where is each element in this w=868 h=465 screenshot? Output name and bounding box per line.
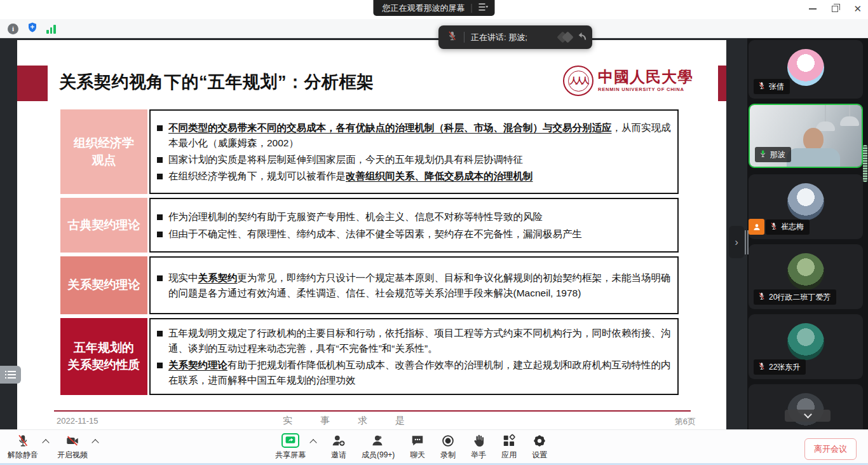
toolbar-icon bbox=[441, 433, 455, 448]
toolbar-button-apps[interactable]: 应用 bbox=[501, 433, 517, 461]
ruc-seal-icon: 人人人 bbox=[563, 66, 593, 96]
participant-name-badge: 崔志梅 bbox=[766, 219, 810, 235]
plain-text: 作为治理机制的契约有助于克服资产专用性、机会主义、信息不对称等特性导致的风险 bbox=[168, 211, 543, 222]
security-shield-icon[interactable] bbox=[27, 22, 38, 36]
leave-meeting-button[interactable]: 离开会议 bbox=[804, 438, 857, 460]
bullet-item: 国家计划的实质是将科层制延伸到国家层面，今天的五年规划仍具有科层协调特征 bbox=[157, 152, 671, 167]
toolbar-item-wrap: 举手 bbox=[471, 433, 486, 461]
toolbar-item-wrap: 开启视频 bbox=[57, 433, 98, 461]
close-button[interactable]: ✕ bbox=[853, 4, 862, 13]
toolbar-icon bbox=[371, 433, 385, 448]
title-accent-bar-right bbox=[718, 66, 726, 101]
emphasized-text: 改善组织间关系、降低交易成本的治理机制 bbox=[346, 170, 533, 181]
bullet-text: 五年规划明文规定了行政机构的主要目标和行动，依托指标、项目工程等方式约束不同机构… bbox=[168, 326, 671, 356]
sidebar-scrollbar[interactable] bbox=[863, 145, 867, 182]
scroll-more-button[interactable] bbox=[785, 410, 831, 422]
active-speaker-banner: 正在讲话: 那波; bbox=[438, 25, 592, 49]
toolbar-button-gear[interactable]: 设置 bbox=[532, 433, 547, 461]
participant-tile[interactable]: 22张东升 bbox=[749, 314, 863, 379]
toolbar-label: 聊天 bbox=[410, 450, 425, 461]
toolbar-icon bbox=[532, 433, 546, 448]
chevron-up-icon[interactable] bbox=[92, 439, 98, 446]
sidebar-resize-handle[interactable] bbox=[745, 230, 749, 254]
bullet-text: 国家计划的实质是将科层制延伸到国家层面，今天的五年规划仍具有科层协调特征 bbox=[168, 152, 523, 167]
row-label: 组织经济学观点 bbox=[60, 109, 147, 194]
plain-text: 在组织经济学视角下，规划可以被看作是 bbox=[168, 170, 346, 181]
row-label-line: 观点 bbox=[92, 152, 116, 169]
toolbar-button-invite[interactable]: 邀请 bbox=[331, 433, 346, 461]
toolbar-item-wrap: 录制 bbox=[440, 433, 456, 461]
bullet-text: 作为治理机制的契约有助于克服资产专用性、机会主义、信息不对称等特性导致的风险 bbox=[168, 209, 543, 225]
participant-name: 20行政二班丁爱芳 bbox=[769, 292, 831, 303]
sidebar-collapse-button[interactable]: › bbox=[729, 226, 744, 258]
banner-menu-icon[interactable] bbox=[478, 3, 489, 13]
toolbar-button-chat[interactable]: 聊天 bbox=[410, 433, 425, 461]
participant-tile[interactable] bbox=[749, 384, 863, 429]
participant-tile[interactable]: 张倩 bbox=[749, 40, 863, 99]
bullet-square-icon bbox=[157, 331, 163, 337]
participant-badge-row: 那波 bbox=[750, 147, 791, 162]
row-content: 五年规划明文规定了行政机构的主要目标和行动，依托指标、项目工程等方式约束不同机构… bbox=[149, 318, 679, 395]
slide-table-row: 五年规划的关系契约性质 五年规划明文规定了行政机构的主要目标和行动，依托指标、项… bbox=[60, 318, 696, 395]
row-label-line: 五年规划的 bbox=[74, 340, 134, 357]
toolbar-button-record[interactable]: 录制 bbox=[440, 433, 456, 461]
plain-text: 但由于不确定性、有限理性、缔约成本、法律不健全等因素，契约存在不完备性，漏洞极易… bbox=[168, 228, 582, 239]
watching-banner[interactable]: 您正在观看那波的屏幕 bbox=[374, 0, 495, 16]
toolbar-label: 共享屏幕 bbox=[275, 450, 306, 461]
slide-page-number: 第6页 bbox=[675, 416, 696, 427]
participant-badge-row: 20行政二班丁爱芳 bbox=[749, 289, 836, 305]
chevron-up-icon[interactable] bbox=[309, 439, 316, 446]
row-label-line: 组织经济学 bbox=[74, 135, 134, 152]
participant-tile[interactable]: 那波 bbox=[749, 104, 863, 168]
toolbar-button-members[interactable]: 成员(99+) bbox=[362, 433, 395, 461]
chevron-down-icon bbox=[804, 410, 812, 419]
meeting-agenda-button[interactable] bbox=[0, 366, 21, 384]
toolbar-button-mic-muted[interactable]: 解除静音 bbox=[8, 433, 38, 461]
menubar-left-icons: i bbox=[8, 19, 56, 38]
toolbar-button-share[interactable]: 共享屏幕 bbox=[275, 433, 306, 461]
slide-table-row: 关系契约理论 现实中关系契约更为常见，即缔约方只设计一个规定基本原则、目标和争议… bbox=[60, 256, 696, 314]
bullet-square-icon bbox=[157, 363, 163, 368]
toolbar-item-wrap: 成员(99+) bbox=[362, 433, 395, 461]
participant-badge-row: 22张东升 bbox=[749, 359, 806, 375]
toolbar-icon bbox=[65, 433, 79, 448]
participant-name: 张倩 bbox=[769, 81, 784, 92]
row-label: 五年规划的关系契约性质 bbox=[60, 318, 147, 395]
bullet-text: 不同类型的交易带来不同的交易成本，各有优缺点的治理机制（科层、市场、混合制）与交… bbox=[168, 120, 671, 151]
bullet-item: 在组织经济学视角下，规划可以被看作是改善组织间关系、降低交易成本的治理机制 bbox=[157, 169, 671, 184]
divider bbox=[464, 32, 465, 43]
minimize-button[interactable] bbox=[809, 8, 817, 10]
bullet-text: 在组织经济学视角下，规划可以被看作是改善组织间关系、降低交易成本的治理机制 bbox=[168, 169, 533, 184]
participant-tile[interactable]: 20行政二班丁爱芳 bbox=[749, 244, 863, 309]
window-controls: ✕ bbox=[809, 4, 862, 13]
chevron-up-icon[interactable] bbox=[42, 439, 49, 446]
participant-tile[interactable]: 崔志梅 bbox=[749, 174, 863, 239]
row-content: 作为治理机制的契约有助于克服资产专用性、机会主义、信息不对称等特性导致的风险 但… bbox=[149, 198, 679, 253]
toolbar-button-cam-muted[interactable]: 开启视频 bbox=[57, 433, 88, 461]
participant-mic-icon bbox=[770, 221, 778, 233]
participants-sidebar: 张倩 那波 崔志梅 20行政二班丁爱芳 bbox=[747, 38, 868, 429]
toolbar-label: 成员(99+) bbox=[362, 450, 395, 461]
logo-chinese-name: 中國人民大學 bbox=[598, 69, 693, 85]
bullet-square-icon bbox=[157, 174, 163, 179]
toolbar-icon bbox=[471, 433, 485, 448]
meeting-toolbar: 解除静音 开启视频 共享屏幕 邀请 成员(99+) 聊天 bbox=[0, 429, 868, 463]
meeting-menubar: i 51:40 演讲者视图 bbox=[0, 19, 868, 38]
restore-button[interactable] bbox=[832, 6, 838, 12]
bullet-square-icon bbox=[157, 275, 163, 281]
slide-date: 2022-11-15 bbox=[57, 416, 98, 426]
participant-avatar bbox=[787, 183, 824, 220]
bullet-item: 关系契约理论有助于把规划看作降低机构互动成本、改善合作效率的治理机制，建立起规划… bbox=[157, 357, 671, 388]
participant-badge-row: 张倩 bbox=[749, 79, 790, 94]
toolbar-item-wrap: 应用 bbox=[501, 433, 517, 461]
emphasized-text: 关系契约 bbox=[198, 272, 238, 283]
toolbar-item-wrap: 聊天 bbox=[410, 433, 425, 461]
network-signal-icon[interactable] bbox=[46, 24, 56, 34]
toolbar-button-hand[interactable]: 举手 bbox=[471, 433, 486, 461]
undo-arrow-icon[interactable] bbox=[574, 31, 587, 45]
ruc-logo: 人人人 中國人民大學 RENMIN UNIVERSITY OF CHINA bbox=[563, 66, 693, 96]
slide-table-row: 古典契约理论 作为治理机制的契约有助于克服资产专用性、机会主义、信息不对称等特性… bbox=[60, 198, 696, 253]
meeting-info-icon[interactable]: i bbox=[8, 24, 18, 34]
bullet-square-icon bbox=[157, 157, 163, 163]
plain-text: 有助于把规划看作降低机构互动成本、改善合作效率的治理机制，建立起规划和政府机构互… bbox=[168, 359, 671, 385]
